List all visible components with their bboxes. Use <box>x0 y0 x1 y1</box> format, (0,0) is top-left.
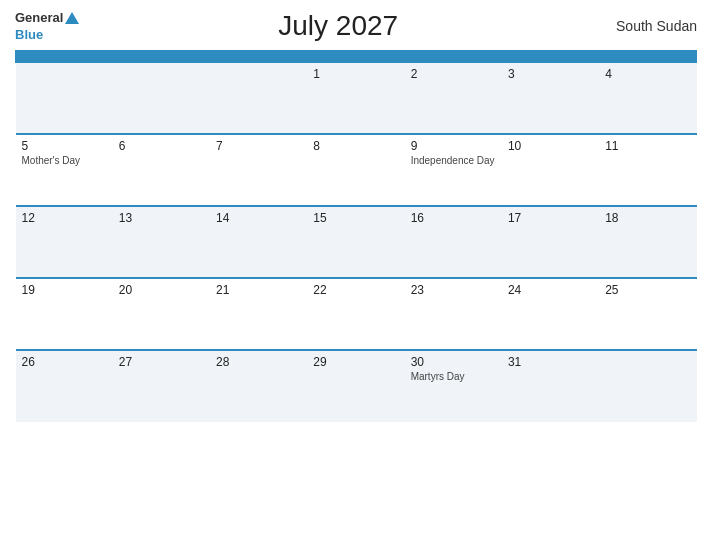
day-number: 3 <box>508 67 593 81</box>
day-number: 22 <box>313 283 398 297</box>
day-number: 1 <box>313 67 398 81</box>
day-number: 10 <box>508 139 593 153</box>
calendar-cell <box>599 350 696 422</box>
logo-triangle-icon <box>65 12 79 24</box>
country-label: South Sudan <box>597 18 697 34</box>
calendar-cell: 21 <box>210 278 307 350</box>
calendar-cell <box>16 62 113 134</box>
calendar-cell: 9Independence Day <box>405 134 502 206</box>
calendar-cell: 6 <box>113 134 210 206</box>
day-number: 9 <box>411 139 496 153</box>
day-number: 31 <box>508 355 593 369</box>
calendar-cell: 23 <box>405 278 502 350</box>
calendar-cell: 12 <box>16 206 113 278</box>
logo: General Blue <box>15 10 79 42</box>
calendar-cell: 24 <box>502 278 599 350</box>
day-number: 29 <box>313 355 398 369</box>
calendar-cell: 2 <box>405 62 502 134</box>
calendar-cell: 14 <box>210 206 307 278</box>
calendar-cell <box>210 62 307 134</box>
day-number: 20 <box>119 283 204 297</box>
day-number: 30 <box>411 355 496 369</box>
event-label: Independence Day <box>411 155 496 166</box>
calendar-cell: 29 <box>307 350 404 422</box>
day-number: 2 <box>411 67 496 81</box>
header-monday <box>16 51 113 63</box>
calendar-cell: 26 <box>16 350 113 422</box>
calendar-cell: 19 <box>16 278 113 350</box>
header-sunday <box>599 51 696 63</box>
day-number: 4 <box>605 67 690 81</box>
calendar-week-row: 12131415161718 <box>16 206 697 278</box>
day-number: 16 <box>411 211 496 225</box>
logo-blue: Blue <box>15 27 43 42</box>
calendar-cell: 15 <box>307 206 404 278</box>
day-number: 24 <box>508 283 593 297</box>
day-number: 23 <box>411 283 496 297</box>
day-number: 6 <box>119 139 204 153</box>
calendar-week-row: 5Mother's Day6789Independence Day1011 <box>16 134 697 206</box>
event-label: Mother's Day <box>22 155 107 166</box>
calendar-cell: 10 <box>502 134 599 206</box>
calendar-cell: 3 <box>502 62 599 134</box>
event-label: Martyrs Day <box>411 371 496 382</box>
day-number: 25 <box>605 283 690 297</box>
day-number: 11 <box>605 139 690 153</box>
calendar-cell: 31 <box>502 350 599 422</box>
calendar-cell: 25 <box>599 278 696 350</box>
calendar-cell: 18 <box>599 206 696 278</box>
calendar-cell: 16 <box>405 206 502 278</box>
day-number: 13 <box>119 211 204 225</box>
day-number: 14 <box>216 211 301 225</box>
calendar-cell: 22 <box>307 278 404 350</box>
header-saturday <box>502 51 599 63</box>
day-number: 7 <box>216 139 301 153</box>
header-wednesday <box>210 51 307 63</box>
calendar-title: July 2027 <box>79 10 597 42</box>
calendar-cell: 13 <box>113 206 210 278</box>
calendar-cell <box>113 62 210 134</box>
calendar-cell: 17 <box>502 206 599 278</box>
day-number: 5 <box>22 139 107 153</box>
calendar-week-row: 2627282930Martyrs Day31 <box>16 350 697 422</box>
day-number: 21 <box>216 283 301 297</box>
day-number: 8 <box>313 139 398 153</box>
header-friday <box>405 51 502 63</box>
calendar-cell: 30Martyrs Day <box>405 350 502 422</box>
header-tuesday <box>113 51 210 63</box>
calendar-cell: 8 <box>307 134 404 206</box>
calendar-cell: 4 <box>599 62 696 134</box>
day-number: 12 <box>22 211 107 225</box>
weekday-header-row <box>16 51 697 63</box>
day-number: 28 <box>216 355 301 369</box>
header-thursday <box>307 51 404 63</box>
calendar-cell: 11 <box>599 134 696 206</box>
calendar-week-row: 19202122232425 <box>16 278 697 350</box>
logo-general: General <box>15 10 63 25</box>
calendar-cell: 28 <box>210 350 307 422</box>
day-number: 26 <box>22 355 107 369</box>
day-number: 27 <box>119 355 204 369</box>
header: General Blue July 2027 South Sudan <box>15 10 697 42</box>
calendar-table: 12345Mother's Day6789Independence Day101… <box>15 50 697 422</box>
day-number: 17 <box>508 211 593 225</box>
calendar-cell: 7 <box>210 134 307 206</box>
day-number: 15 <box>313 211 398 225</box>
calendar-cell: 20 <box>113 278 210 350</box>
page: General Blue July 2027 South Sudan 12345… <box>0 0 712 550</box>
day-number: 18 <box>605 211 690 225</box>
day-number: 19 <box>22 283 107 297</box>
calendar-cell: 27 <box>113 350 210 422</box>
calendar-week-row: 1234 <box>16 62 697 134</box>
calendar-cell: 1 <box>307 62 404 134</box>
calendar-cell: 5Mother's Day <box>16 134 113 206</box>
